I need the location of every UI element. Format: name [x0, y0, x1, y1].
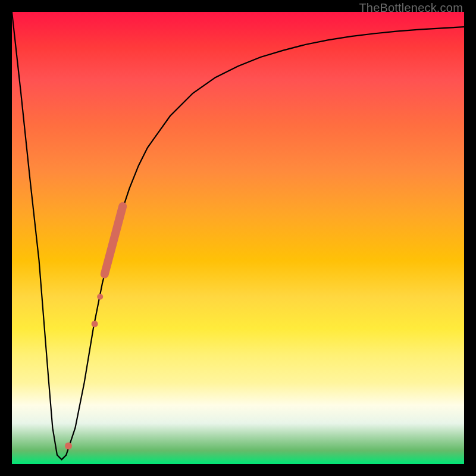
marker-dot	[92, 321, 98, 327]
marker-dot	[97, 294, 103, 300]
marker-dot	[65, 443, 72, 450]
bottleneck-curve	[12, 12, 464, 459]
chart-container: TheBottleneck.com	[0, 0, 476, 476]
chart-svg	[12, 12, 464, 464]
marker-segment	[105, 206, 123, 274]
